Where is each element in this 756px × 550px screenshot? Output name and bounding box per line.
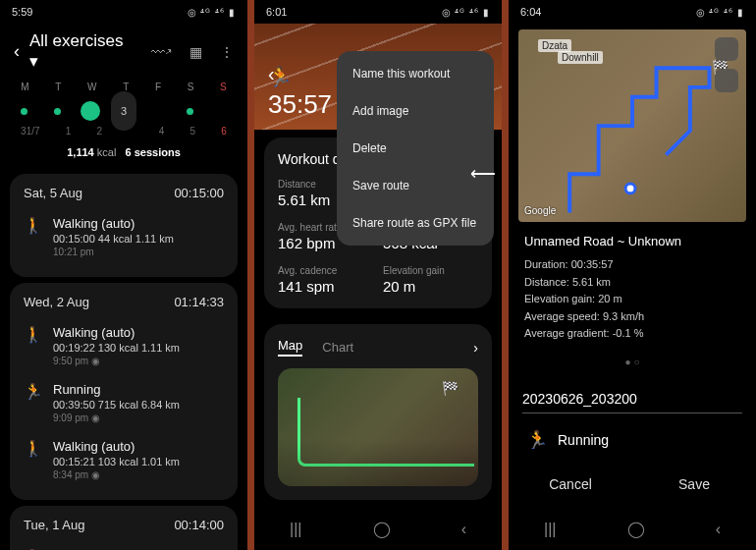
hero: ‹ 🏃 35:57 Name this workout Add image De…: [254, 24, 502, 130]
exercise-row[interactable]: 🚶 Walking (auto): [24, 540, 224, 550]
home-icon[interactable]: ◯: [373, 520, 391, 538]
back-nav-icon[interactable]: ‹: [716, 521, 721, 538]
phone-save: 6:04 ◎ ⁴ᴳ ⁴⁶ ▮ Dzata Downhill 🏁 Google U…: [509, 0, 756, 550]
tab-chart[interactable]: Chart: [322, 340, 353, 355]
status-bar: 5:59 ◎ ⁴ᴳ ⁴⁶ ▮: [0, 0, 247, 24]
save-button[interactable]: Save: [632, 461, 756, 508]
recents-icon[interactable]: |||: [290, 521, 301, 538]
clock: 6:01: [266, 6, 287, 18]
activity-icon: 🚶: [24, 216, 41, 257]
arrow-icon: ⟵: [470, 163, 496, 185]
button-row: Cancel Save: [509, 461, 756, 508]
recents-icon[interactable]: |||: [544, 521, 556, 538]
exercise-row[interactable]: 🚶 Walking (auto)00:19:22 130 kcal 1.11 k…: [24, 317, 224, 374]
google-attribution: Google: [524, 205, 556, 216]
home-icon[interactable]: ◯: [627, 520, 645, 538]
summary: 1,114 kcal 6 sessions: [0, 142, 247, 168]
menu-name[interactable]: Name this workout: [337, 55, 494, 92]
status-bar: 6:04 ◎ ⁴ᴳ ⁴⁶ ▮: [509, 0, 756, 24]
page-dots: ● ○: [509, 353, 756, 371]
flag-icon: 🏁: [712, 59, 729, 75]
day-section: Tue, 1 Aug00:14:00 🚶 Walking (auto): [10, 506, 238, 550]
calendar-icon[interactable]: ▦: [189, 44, 202, 60]
menu-sharegpx[interactable]: Share route as GPX file: [337, 204, 494, 242]
svg-point-0: [625, 184, 635, 193]
back-nav-icon[interactable]: ‹: [461, 521, 466, 538]
phone-exercises: 5:59 ◎ ⁴ᴳ ⁴⁶ ▮ ‹ All exercises ▾ 〰↗ ▦ ⋮ …: [0, 0, 247, 550]
activity-icon: 🚶: [24, 439, 41, 480]
status-bar: 6:01 ◎ ⁴ᴳ ⁴⁶ ▮: [254, 0, 502, 24]
chevron-right-icon: ›: [473, 340, 478, 356]
trend-icon[interactable]: 〰↗: [151, 44, 172, 60]
map-card[interactable]: Map Chart › 🏁: [264, 324, 492, 500]
day-section: Wed, 2 Aug01:14:33 🚶 Walking (auto)00:19…: [10, 283, 238, 500]
map[interactable]: Dzata Downhill 🏁 Google: [518, 29, 746, 222]
calendar-dots: 3: [0, 94, 247, 126]
runner-icon: 🏃: [268, 65, 293, 88]
map-preview[interactable]: 🏁: [278, 368, 478, 486]
cancel-button[interactable]: Cancel: [509, 461, 632, 508]
context-menu: Name this workout Add image Delete Save …: [337, 51, 494, 246]
clock: 6:04: [520, 6, 541, 18]
clock: 5:59: [12, 6, 32, 18]
menu-addimage[interactable]: Add image: [337, 92, 494, 130]
status-icons: ◎ ⁴ᴳ ⁴⁶ ▮: [442, 7, 490, 18]
nav-bar: ||| ◯ ‹: [254, 508, 502, 550]
workout-duration: 35:57: [268, 89, 332, 120]
flag-icon: 🏁: [442, 380, 459, 396]
tab-map[interactable]: Map: [278, 338, 302, 357]
status-icons: ◎ ⁴ᴳ ⁴⁶ ▮: [188, 7, 236, 18]
exercise-row[interactable]: 🚶 Walking (auto)00:15:21 103 kcal 1.01 k…: [24, 431, 224, 488]
nav-bar: ||| ◯ ‹: [509, 508, 756, 550]
status-icons: ◎ ⁴ᴳ ⁴⁶ ▮: [696, 7, 744, 18]
exercise-row[interactable]: 🚶 Walking (auto)00:15:00 44 kcal 1.11 km…: [24, 208, 224, 265]
page-title[interactable]: All exercises ▾: [29, 31, 134, 72]
route-title: Unnamed Road ~ Unknown: [524, 232, 740, 252]
stat: Elevation gain20 m: [383, 265, 478, 295]
menu-delete[interactable]: Delete: [337, 130, 494, 167]
more-icon[interactable]: ⋮: [220, 44, 234, 60]
activity-icon: 🚶: [24, 325, 41, 366]
activity-icon: 🏃: [24, 382, 41, 423]
route-info: Unnamed Road ~ Unknown Duration: 00:35:5…: [509, 222, 756, 353]
activity-row[interactable]: 🏃 Running: [509, 419, 756, 461]
exercise-row[interactable]: 🏃 Running00:39:50 715 kcal 6.84 km9:09 p…: [24, 374, 224, 431]
runner-icon: 🏃: [526, 429, 548, 451]
selected-day[interactable]: 3: [111, 91, 136, 131]
day-section: Sat, 5 Aug00:15:00 🚶 Walking (auto)00:15…: [10, 174, 238, 277]
stat: Avg. cadence141 spm: [278, 265, 373, 295]
phone-workout: 6:01 ◎ ⁴ᴳ ⁴⁶ ▮ ‹ 🏃 35:57 Name this worko…: [254, 0, 502, 550]
header: ‹ All exercises ▾ 〰↗ ▦ ⋮: [0, 24, 247, 80]
back-icon[interactable]: ‹: [14, 41, 20, 62]
filename-input[interactable]: 20230626_203200: [522, 391, 742, 413]
